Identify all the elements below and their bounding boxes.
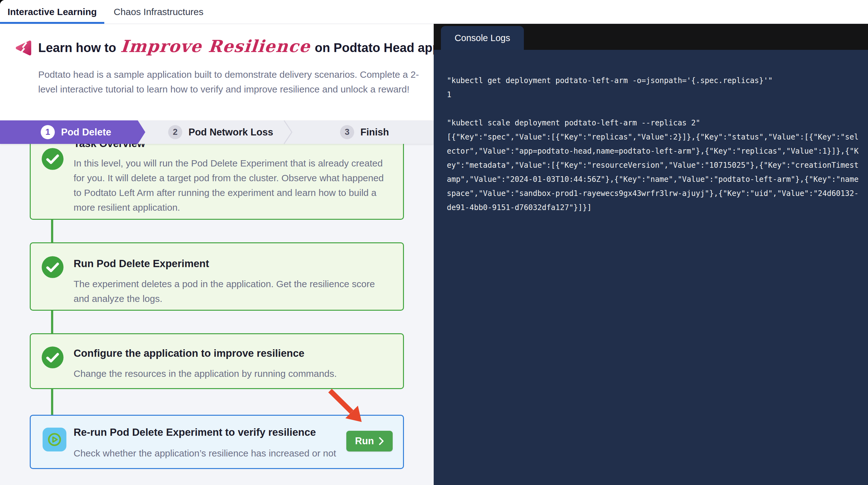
console-tab-bar: Console Logs: [434, 24, 868, 50]
tab-console-logs[interactable]: Console Logs: [441, 26, 524, 50]
task-title: Run Pod Delete Experiment: [73, 258, 209, 269]
top-tab-bar: Interactive Learning Chaos Infrastructur…: [0, 0, 868, 24]
tab-label: Interactive Learning: [7, 7, 97, 17]
title-highlight: Improve Resilience: [120, 36, 311, 56]
console-panel: Console Logs "kubectl get deployment pod…: [434, 24, 868, 485]
task-title: Re-run Pod Delete Experiment to verify r…: [73, 426, 316, 438]
tab-label: Chaos Infrastructures: [114, 7, 204, 17]
check-circle-icon: [41, 346, 64, 369]
run-button-label: Run: [355, 435, 374, 447]
step-number-badge: 1: [41, 125, 55, 139]
step-pod-network-loss[interactable]: 2 Pod Network Loss: [168, 120, 273, 144]
tab-chaos-infrastructures[interactable]: Chaos Infrastructures: [111, 0, 206, 24]
task-card-configure: Configure the application to improve res…: [30, 333, 404, 389]
task-description: In this level, you will run the Pod Dele…: [73, 156, 390, 215]
step-label: Pod Delete: [61, 127, 111, 138]
tutorial-panel: Learn how to Improve Resilience on Podta…: [0, 24, 434, 485]
task-description: Change the resources in the application …: [73, 366, 390, 381]
task-title: Configure the application to improve res…: [73, 347, 304, 359]
run-button[interactable]: Run: [346, 431, 393, 452]
step-number-badge: 3: [340, 125, 354, 139]
title-suffix: on Podtato Head application: [315, 41, 434, 55]
task-connector-line: [51, 388, 53, 416]
task-card-run-experiment: Run Pod Delete Experiment The experiment…: [30, 242, 404, 311]
check-circle-icon: [41, 148, 64, 170]
task-connector-line: [51, 218, 53, 244]
step-finish[interactable]: 3 Finish: [340, 120, 389, 144]
litmus-chaos-icon: [14, 39, 33, 57]
play-icon: [42, 428, 66, 452]
step-number-badge: 2: [168, 125, 182, 139]
task-description: The experiment deletes a pod in the appl…: [73, 277, 390, 306]
step-label: Finish: [361, 127, 389, 138]
task-description: Check whether the application’s resilien…: [73, 446, 390, 460]
step-label: Pod Network Loss: [188, 127, 273, 138]
chevron-right-icon: [379, 437, 384, 445]
step-pod-delete[interactable]: 1 Pod Delete: [41, 120, 111, 144]
steps-bar: 1 Pod Delete 2 Pod Network Loss 3 Finish: [0, 120, 434, 144]
app-window: Interactive Learning Chaos Infrastructur…: [0, 0, 868, 485]
task-connector-line: [51, 309, 53, 335]
tutorial-subtitle: Podtato head is a sample application bui…: [38, 67, 431, 96]
page-title: Learn how to Improve Resilience on Podta…: [38, 36, 434, 56]
title-prefix: Learn how to: [38, 41, 116, 55]
console-log-output[interactable]: "kubectl get deployment podtato-left-arm…: [434, 50, 868, 485]
step-divider-chevron: [283, 120, 293, 144]
tutorial-header: Learn how to Improve Resilience on Podta…: [0, 24, 434, 120]
active-tab-indicator: [0, 22, 104, 24]
tab-interactive-learning[interactable]: Interactive Learning: [0, 0, 104, 24]
task-card-rerun-verify: Re-run Pod Delete Experiment to verify r…: [30, 415, 404, 469]
check-circle-icon: [41, 256, 64, 278]
